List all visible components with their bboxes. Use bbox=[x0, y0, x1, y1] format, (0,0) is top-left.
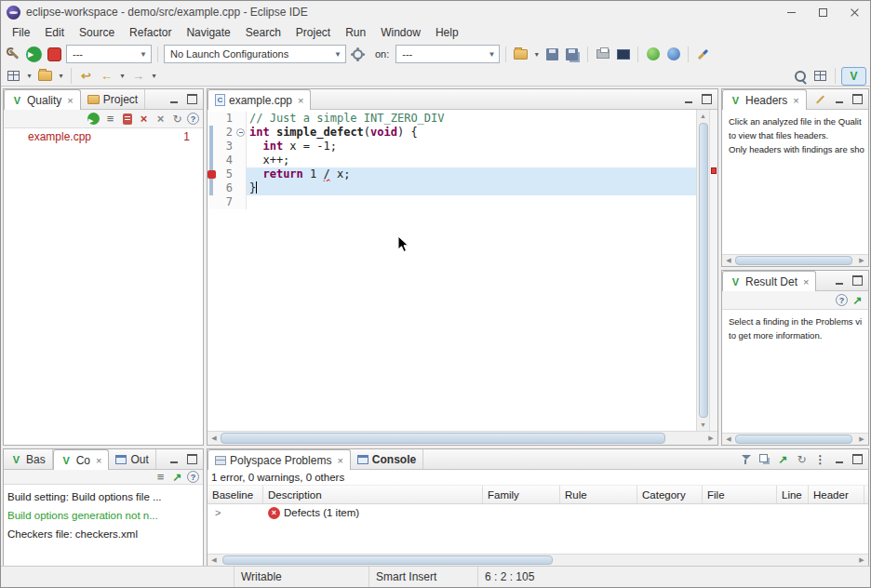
minimize-view-icon[interactable] bbox=[832, 274, 846, 287]
save-all-icon[interactable] bbox=[566, 48, 578, 60]
problems-tab-console[interactable]: Console bbox=[351, 449, 423, 469]
scrollbar-track[interactable] bbox=[735, 255, 855, 266]
forward-icon[interactable] bbox=[129, 67, 147, 85]
edit-icon[interactable] bbox=[813, 92, 827, 106]
menu-source[interactable]: Source bbox=[72, 24, 122, 41]
polyspace-configure-icon[interactable] bbox=[5, 46, 22, 63]
refresh-icon[interactable] bbox=[170, 112, 184, 126]
close-icon[interactable] bbox=[791, 95, 798, 106]
code-line[interactable]: 1// Just a simple INT_ZERO_DIV bbox=[208, 112, 696, 126]
scrollbar-thumb[interactable] bbox=[699, 123, 708, 418]
column-header-family[interactable]: Family bbox=[483, 486, 560, 503]
run-history-dropdown-icon[interactable] bbox=[25, 72, 34, 80]
quality-file-row[interactable]: example.cpp 1 bbox=[4, 128, 203, 145]
editor-horizontal-scrollbar[interactable]: ◀ ▶ bbox=[208, 431, 717, 445]
close-icon[interactable] bbox=[65, 95, 73, 106]
filter-icon[interactable] bbox=[739, 452, 753, 466]
stop-analysis-icon[interactable] bbox=[47, 47, 61, 61]
scrollbar-thumb[interactable] bbox=[735, 434, 852, 444]
close-icon[interactable] bbox=[801, 276, 809, 287]
column-header-line[interactable]: Line bbox=[777, 486, 809, 503]
scrollbar-track[interactable] bbox=[221, 432, 704, 445]
scroll-left-icon[interactable]: ◀ bbox=[722, 434, 735, 445]
quality-tab-project[interactable]: Project bbox=[81, 89, 145, 109]
help-icon[interactable] bbox=[836, 294, 848, 306]
run-history-icon[interactable] bbox=[7, 71, 20, 81]
close-button[interactable] bbox=[838, 1, 870, 23]
minimize-view-icon[interactable] bbox=[832, 452, 846, 466]
scroll-right-icon[interactable]: ▶ bbox=[855, 434, 868, 445]
insert-mode-status[interactable]: Smart Insert bbox=[368, 567, 477, 587]
overview-ruler[interactable] bbox=[709, 110, 717, 431]
result-tab-result-det[interactable]: Result Det bbox=[722, 271, 816, 291]
back-history-dropdown-icon[interactable] bbox=[118, 72, 127, 80]
collapse-icon[interactable] bbox=[236, 128, 245, 137]
menu-window[interactable]: Window bbox=[373, 24, 428, 41]
launch-configuration-combo[interactable]: No Launch Configurations ▼ bbox=[164, 45, 346, 63]
maximize-view-icon[interactable] bbox=[185, 452, 199, 466]
code-line[interactable]: 7 bbox=[208, 195, 696, 209]
open-report-icon[interactable] bbox=[851, 293, 864, 307]
column-header-header[interactable]: Header bbox=[809, 486, 864, 503]
quality-tab-quality[interactable]: Quality bbox=[4, 89, 81, 110]
menu-edit[interactable]: Edit bbox=[37, 24, 72, 41]
column-header-file[interactable]: File bbox=[703, 486, 777, 503]
menu-refactor[interactable]: Refactor bbox=[122, 24, 179, 41]
forward-history-dropdown-icon[interactable] bbox=[150, 72, 158, 80]
search-icon[interactable] bbox=[791, 67, 809, 85]
menu-project[interactable]: Project bbox=[288, 24, 338, 41]
column-header-category[interactable]: Category bbox=[637, 486, 703, 503]
menu-run[interactable]: Run bbox=[338, 24, 373, 41]
scrollbar-thumb[interactable] bbox=[221, 433, 665, 444]
maximize-view-icon[interactable] bbox=[851, 92, 864, 106]
minimize-view-icon[interactable] bbox=[681, 92, 695, 106]
code-line[interactable]: 5 return 1 / x; bbox=[208, 167, 696, 181]
polyspace-perspective-button[interactable]: V bbox=[841, 67, 866, 86]
maximize-button[interactable] bbox=[807, 1, 838, 23]
close-icon[interactable] bbox=[94, 455, 101, 466]
scroll-right-icon[interactable]: ▶ bbox=[855, 555, 868, 566]
minimize-view-icon[interactable] bbox=[832, 92, 846, 106]
view-menu-icon[interactable] bbox=[813, 452, 827, 466]
editor-vertical-scrollbar[interactable]: ▲ ▼ bbox=[696, 110, 709, 431]
column-header-baseline[interactable]: Baseline bbox=[208, 486, 263, 503]
code-line[interactable]: 2int simple_defect(void) { bbox=[208, 126, 696, 140]
expand-icon[interactable] bbox=[212, 507, 221, 518]
close-icon[interactable] bbox=[335, 455, 342, 466]
scrollbar-track[interactable] bbox=[735, 434, 855, 445]
scrollbar-thumb[interactable] bbox=[735, 256, 852, 265]
menu-file[interactable]: File bbox=[5, 24, 37, 41]
headers-horizontal-scrollbar[interactable]: ◀ ▶ bbox=[722, 254, 868, 266]
code-area[interactable]: 1// Just a simple INT_ZERO_DIV2int simpl… bbox=[208, 110, 696, 431]
maximize-view-icon[interactable] bbox=[700, 92, 714, 106]
scroll-left-icon[interactable]: ◀ bbox=[722, 255, 735, 266]
export-icon[interactable] bbox=[776, 452, 790, 466]
export-icon[interactable] bbox=[170, 470, 184, 484]
scroll-down-icon[interactable]: ▼ bbox=[697, 419, 709, 431]
new-wizard-icon[interactable] bbox=[514, 49, 528, 60]
scroll-right-icon[interactable]: ▶ bbox=[855, 255, 868, 266]
run-analysis-icon[interactable] bbox=[87, 113, 100, 125]
launch-settings-gear-icon[interactable] bbox=[353, 49, 363, 60]
view-list-icon[interactable] bbox=[154, 470, 168, 484]
code-line[interactable]: 6} bbox=[208, 181, 696, 195]
help-icon[interactable] bbox=[187, 113, 199, 125]
title-bar[interactable]: eclipse-workspace - demo/src/example.cpp… bbox=[1, 1, 870, 23]
delete-results-icon[interactable] bbox=[137, 112, 151, 126]
build-all-icon[interactable] bbox=[647, 47, 660, 60]
editor-tab-example-cpp[interactable]: example.cpp bbox=[208, 89, 311, 110]
scroll-right-icon[interactable]: ▶ bbox=[704, 432, 717, 445]
column-header-rule[interactable]: Rule bbox=[560, 486, 637, 503]
minimize-view-icon[interactable] bbox=[167, 92, 181, 106]
open-perspective-icon[interactable] bbox=[814, 71, 826, 81]
debug-history-dropdown-icon[interactable] bbox=[57, 72, 65, 80]
result-horizontal-scrollbar[interactable]: ◀ ▶ bbox=[722, 433, 868, 445]
minimize-view-icon[interactable] bbox=[167, 452, 181, 466]
maximize-view-icon[interactable] bbox=[851, 452, 864, 466]
scrollbar-track[interactable] bbox=[221, 555, 855, 566]
new-wizard-dropdown-icon[interactable] bbox=[532, 50, 541, 59]
problems-horizontal-scrollbar[interactable]: ◀ ▶ bbox=[208, 554, 868, 566]
code-line[interactable]: 4 x++; bbox=[208, 154, 696, 167]
close-icon[interactable] bbox=[296, 95, 303, 106]
open-console-icon[interactable] bbox=[617, 49, 630, 60]
